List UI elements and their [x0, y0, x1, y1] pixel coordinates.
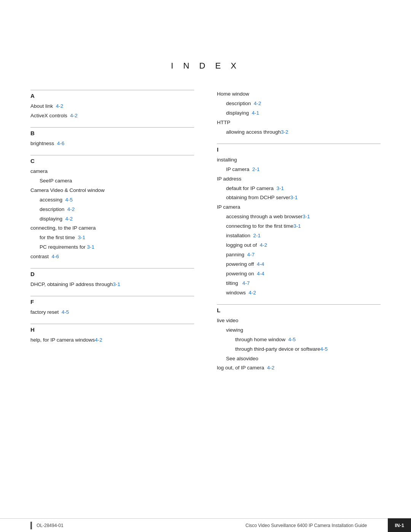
entry-seeip: SeeIP camera: [30, 177, 194, 185]
entry-first-time: for the first time 3-1: [30, 233, 194, 242]
section-d: D DHCP, obtaining IP address through3-1: [30, 268, 194, 289]
entry-http: HTTP: [217, 118, 381, 127]
right-column: Home window description 4-2 displaying 4…: [217, 90, 381, 379]
link-disp-home[interactable]: 4-1: [252, 110, 260, 116]
entry-obtaining-dchp: obtaining from DCHP server3-1: [217, 193, 381, 202]
entry-dhcp: DHCP, obtaining IP address through3-1: [30, 280, 194, 289]
entry-live-video: live video: [217, 316, 381, 325]
entry-home-window: Home window: [217, 90, 381, 99]
link-power-off[interactable]: 4-4: [257, 261, 264, 267]
link-power-on[interactable]: 4-4: [257, 271, 264, 276]
page-title: I N D E X: [30, 61, 381, 71]
letter-i: I: [217, 146, 381, 153]
entry-displaying-c: displaying 4-2: [30, 215, 194, 224]
entry-ip-address: IP address: [217, 175, 381, 184]
divider-i: [217, 144, 381, 144]
link-windows[interactable]: 4-2: [249, 290, 256, 296]
footer-center: Cisco Video Surveillance 6400 IP Camera …: [225, 518, 388, 532]
link-brightness[interactable]: 4-6: [57, 141, 65, 146]
entry-displaying-home: displaying 4-1: [217, 109, 381, 118]
page: I N D E X A About link 4-2 ActiveX contr…: [0, 0, 411, 532]
link-web-browser[interactable]: 3-1: [303, 214, 310, 219]
link-logout[interactable]: 4-2: [260, 242, 268, 248]
left-column: A About link 4-2 ActiveX controls 4-2 B …: [30, 90, 194, 379]
entry-help: help, for IP camera windows4-2: [30, 336, 194, 345]
entry-ip-camera: IP camera: [217, 203, 381, 212]
divider-d: [30, 268, 194, 268]
link-third-party[interactable]: 4-5: [320, 346, 328, 352]
entry-ip-camera-install: IP camera 2-1: [217, 165, 381, 174]
link-tilting[interactable]: 4-7: [242, 280, 250, 286]
section-home: Home window description 4-2 displaying 4…: [217, 90, 381, 137]
entry-description-c: description 4-2: [30, 205, 194, 214]
entry-camera: camera: [30, 167, 194, 176]
link-desc-home[interactable]: 4-2: [254, 101, 261, 106]
entry-default-ip: default for IP camera 3-1: [217, 184, 381, 193]
section-f: F factory reset 4-5: [30, 296, 194, 317]
footer-doc-id: OL-28494-01: [37, 523, 64, 528]
footer: OL-28494-01 Cisco Video Surveillance 640…: [0, 518, 411, 532]
link-factory-reset[interactable]: 4-5: [62, 309, 69, 315]
letter-c: C: [30, 158, 194, 164]
section-l: L live video viewing through home window…: [217, 304, 381, 373]
entry-installation: installation 2-1: [217, 232, 381, 240]
link-home-window[interactable]: 4-5: [288, 337, 296, 342]
section-a: A About link 4-2 ActiveX controls 4-2: [30, 90, 194, 120]
entry-through-home: through home window 4-5: [217, 335, 381, 344]
link-contrast[interactable]: 4-6: [52, 254, 59, 259]
entry-brightness: brightness 4-6: [30, 139, 194, 148]
entry-powering-off: powering off 4-4: [217, 260, 381, 269]
section-h: H help, for IP camera windows4-2: [30, 324, 194, 345]
letter-h: H: [30, 326, 194, 333]
link-about[interactable]: 4-2: [56, 103, 64, 109]
entry-activex: ActiveX controls 4-2: [30, 112, 194, 120]
entry-pc-requirements: PC requirements for 3-1: [30, 243, 194, 252]
letter-l: L: [217, 307, 381, 313]
entry-factory-reset: factory reset 4-5: [30, 308, 194, 317]
link-displaying-c[interactable]: 4-2: [65, 216, 73, 222]
entry-accessing-web: accessing through a web browser3-1: [217, 212, 381, 221]
entry-contrast: contrast 4-6: [30, 252, 194, 261]
link-first-time[interactable]: 3-1: [78, 235, 86, 240]
link-dhcp[interactable]: 3-1: [113, 281, 120, 287]
entry-allowing-access: allowing access through3-2: [217, 128, 381, 137]
entry-log-out: log out, of IP camera 4-2: [217, 364, 381, 372]
link-installation[interactable]: 2-1: [253, 233, 261, 238]
entry-tilting: tilting 4-7: [217, 279, 381, 288]
entry-viewing: viewing: [217, 326, 381, 335]
section-b: B brightness 4-6: [30, 127, 194, 148]
entry-connecting-first: connecting to for the first time3-1: [217, 222, 381, 231]
link-description-c[interactable]: 4-2: [67, 206, 75, 212]
link-dchp[interactable]: 3-1: [290, 195, 298, 200]
link-log-out[interactable]: 4-2: [267, 365, 275, 371]
link-pc-req[interactable]: 3-1: [87, 244, 95, 250]
entry-connecting: connecting, to the IP camera: [30, 224, 194, 233]
entry-about-link: About link 4-2: [30, 102, 194, 111]
section-c: C camera SeeIP camera Camera Video & Con…: [30, 155, 194, 261]
link-accessing[interactable]: 4-5: [65, 197, 73, 203]
letter-b: B: [30, 130, 194, 136]
letter-f: F: [30, 299, 194, 305]
footer-left-bar: [30, 522, 32, 529]
entry-installing: installing: [217, 156, 381, 165]
link-panning[interactable]: 4-7: [247, 252, 255, 257]
divider-h: [30, 324, 194, 324]
entry-through-third-party: through third-party device or software4-…: [217, 345, 381, 354]
link-default-ip[interactable]: 3-1: [277, 185, 284, 191]
divider-b: [30, 127, 194, 128]
index-content: A About link 4-2 ActiveX controls 4-2 B …: [30, 90, 381, 379]
entry-panning: panning 4-7: [217, 251, 381, 259]
footer-title: Cisco Video Surveillance 6400 IP Camera …: [245, 523, 367, 528]
footer-right: IN-1: [388, 518, 411, 532]
link-help[interactable]: 4-2: [95, 337, 102, 343]
entry-accessing: accessing 4-5: [30, 196, 194, 204]
entry-see-also-video: See alsovideo: [217, 355, 381, 363]
entry-windows: windows 4-2: [217, 289, 381, 297]
entry-camera-video-control: Camera Video & Control window: [30, 186, 194, 195]
link-http-access[interactable]: 3-2: [281, 129, 288, 135]
link-activex[interactable]: 4-2: [70, 113, 78, 118]
footer-page-num: IN-1: [395, 522, 404, 528]
divider-a: [30, 90, 194, 90]
link-ip-install[interactable]: 2-1: [252, 166, 260, 172]
link-connect-first[interactable]: 3-1: [293, 223, 301, 229]
